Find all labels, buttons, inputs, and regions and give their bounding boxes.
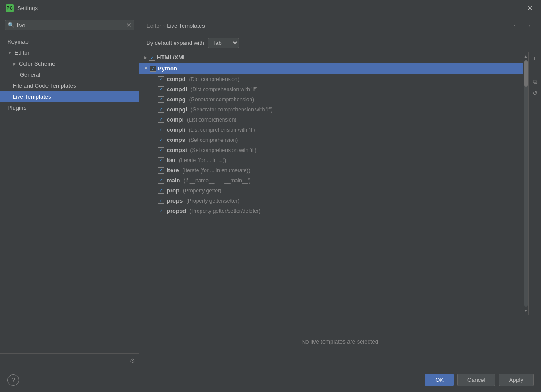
app-icon: PC [6,4,14,12]
sidebar-item-file-code-templates[interactable]: File and Code Templates [0,80,139,91]
compl-checkbox[interactable]: ✓ [158,117,164,123]
html-xml-checkbox[interactable]: ✓ [149,55,155,61]
nav-arrows: ← → [511,21,534,30]
comps-checkbox[interactable]: ✓ [158,137,164,143]
template-compl[interactable]: ✓ compl (List comprehension) [139,115,523,125]
template-compd[interactable]: ✓ compd (Dict comprehension) [139,74,523,84]
template-compli[interactable]: ✓ compli (List comprehension with 'if') [139,125,523,135]
compgi-desc: (Generator comprehension with 'if') [190,107,272,113]
add-template-button[interactable]: + [531,54,538,63]
compsi-checkbox[interactable]: ✓ [158,147,164,153]
compdi-checkbox[interactable]: ✓ [158,86,164,92]
template-compsi[interactable]: ✓ compsi (Set comprehension with 'if') [139,145,523,155]
python-arrow-icon: ▼ [144,66,148,71]
props-checkbox[interactable]: ✓ [158,198,164,204]
python-group-name: Python [158,65,177,72]
scroll-thumb[interactable] [524,60,528,87]
live-templates-label: Live Templates [13,93,51,100]
sidebar-item-editor[interactable]: ▼ Editor [0,47,139,58]
compl-desc: (List comprehension) [187,117,236,123]
breadcrumb: Editor › Live Templates [146,22,508,29]
help-button[interactable]: ? [7,374,19,386]
expand-select[interactable]: Tab Enter Space [208,38,239,48]
copy-template-button[interactable]: ⧉ [531,77,539,86]
editor-label: Editor [15,49,30,56]
scroll-track[interactable] [524,60,528,307]
sidebar-navigation: Keymap ▼ Editor ▶ Color Scheme General F… [0,34,139,353]
template-prop[interactable]: ✓ prop (Property getter) [139,185,523,196]
template-props[interactable]: ✓ props (Property getter/setter) [139,196,523,206]
iter-checkbox[interactable]: ✓ [158,157,164,163]
settings-dialog: PC Settings ✕ 🔍 ✕ Keymap ▼ Editor [0,0,541,392]
expand-label: By default expand with [146,40,204,46]
html-xml-group-name: HTML/XML [157,54,187,61]
group-html-xml[interactable]: ▶ ✓ HTML/XML [139,52,523,63]
compli-checkbox[interactable]: ✓ [158,127,164,133]
template-compdi[interactable]: ✓ compdi (Dict comprehension with 'if') [139,84,523,94]
close-button[interactable]: ✕ [524,3,535,13]
sidebar-item-color-scheme[interactable]: ▶ Color Scheme [0,58,139,69]
sidebar-item-plugins[interactable]: Plugins [0,102,139,113]
nav-forward-button[interactable]: → [523,21,534,30]
template-propsd[interactable]: ✓ propsd (Property getter/setter/deleter… [139,206,523,216]
breadcrumb-current: Live Templates [167,22,205,29]
title-bar: PC Settings ✕ [0,0,541,16]
search-icon: 🔍 [8,22,15,28]
breadcrumb-separator: › [163,22,165,29]
search-wrapper[interactable]: 🔍 ✕ [5,20,134,30]
cancel-button[interactable]: Cancel [457,374,495,386]
templates-list: ▶ ✓ HTML/XML ▼ ✓ Python ✓ compd (Dic [139,52,523,315]
no-selection-area: No live templates are selected [139,315,541,368]
templates-scrollbar[interactable]: ▲ ▼ [523,52,528,315]
python-checkbox[interactable]: ✓ [150,66,156,72]
window-title: Settings [17,5,524,11]
compsi-desc: (Set comprehension with 'if') [190,147,257,153]
reset-template-button[interactable]: ↺ [530,88,539,98]
nav-back-button[interactable]: ← [511,21,521,30]
itere-checkbox[interactable]: ✓ [158,167,164,174]
itere-name: itere [167,167,179,174]
side-actions: + − ⧉ ↺ [528,52,541,315]
compli-desc: (List comprehension with 'if') [189,127,255,133]
propsd-desc: (Property getter/setter/deleter) [190,208,261,214]
template-iter[interactable]: ✓ iter (Iterate (for ... in ...)) [139,155,523,165]
compd-name: compd [167,76,186,82]
sidebar-item-live-templates[interactable]: Live Templates [0,91,139,102]
compgi-checkbox[interactable]: ✓ [158,107,164,113]
sidebar-item-general[interactable]: General [0,69,139,80]
compg-checkbox[interactable]: ✓ [158,96,164,103]
compsi-name: compsi [167,147,187,153]
breadcrumb-parent: Editor [146,22,161,29]
main-panel: Editor › Live Templates ← → By default e… [139,16,541,368]
main-checkbox[interactable]: ✓ [158,178,164,184]
main-name: main [167,177,180,184]
apply-button[interactable]: Apply [499,374,534,386]
main-desc: (if __name__ == '__main__') [183,178,250,184]
remove-template-button[interactable]: − [531,65,538,75]
sidebar-item-keymap[interactable]: Keymap [0,36,139,47]
comps-desc: (Set comprehension) [189,137,238,143]
template-main[interactable]: ✓ main (if __name__ == '__main__') [139,175,523,185]
search-input[interactable] [17,22,126,29]
search-bar: 🔍 ✕ [0,16,139,34]
sidebar-bottom: ⚙ [0,353,139,368]
sidebar-settings-button[interactable]: ⚙ [130,357,135,364]
content-area: 🔍 ✕ Keymap ▼ Editor ▶ Color Scheme [0,16,541,368]
sidebar: 🔍 ✕ Keymap ▼ Editor ▶ Color Scheme [0,16,139,368]
propsd-name: propsd [167,207,186,214]
compli-name: compli [167,126,185,133]
prop-checkbox[interactable]: ✓ [158,188,164,194]
ok-button[interactable]: OK [425,374,454,386]
template-compg[interactable]: ✓ compg (Generator comprehension) [139,94,523,104]
compd-checkbox[interactable]: ✓ [158,76,164,82]
propsd-checkbox[interactable]: ✓ [158,208,164,214]
template-itere[interactable]: ✓ itere (Iterate (for ... in enumerate)) [139,165,523,175]
search-clear-button[interactable]: ✕ [126,22,131,29]
compdi-name: compdi [167,86,187,92]
group-python[interactable]: ▼ ✓ Python [139,63,523,74]
prop-desc: (Property getter) [183,188,221,194]
compg-desc: (Generator comprehension) [189,96,254,103]
file-code-templates-label: File and Code Templates [13,82,76,89]
template-comps[interactable]: ✓ comps (Set comprehension) [139,135,523,145]
template-compgi[interactable]: ✓ compgi (Generator comprehension with '… [139,104,523,115]
